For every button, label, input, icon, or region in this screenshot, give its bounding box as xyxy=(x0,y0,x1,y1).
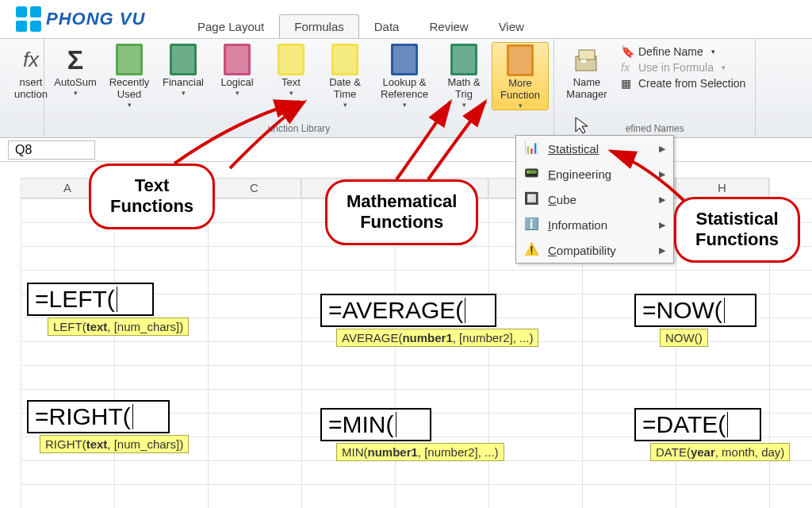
book-clock-icon xyxy=(331,44,358,75)
recently-used-button[interactable]: RecentlyUsed ▾ xyxy=(103,42,155,110)
chevron-down-icon: ▾ xyxy=(182,89,186,97)
ribbon: fx nsertunction Σ AutoSum ▾ RecentlyUsed… xyxy=(0,38,812,138)
cell-average[interactable]: =AVERAGE( xyxy=(320,294,496,327)
svg-rect-1 xyxy=(579,50,595,60)
math-trig-button[interactable]: Math &Trig ▾ xyxy=(438,42,490,110)
recently-label: RecentlyUsed xyxy=(109,77,150,101)
menu-compatibility-label: Compatibility xyxy=(548,244,616,257)
chevron-right-icon: ▶ xyxy=(659,144,665,154)
cell-now-text: =NOW( xyxy=(642,297,722,324)
define-name-button[interactable]: 🔖 Define Name ▾ xyxy=(621,45,745,58)
tag-icon: 🔖 xyxy=(621,45,634,58)
cell-right[interactable]: =RIGHT( xyxy=(27,400,170,433)
logo-icon xyxy=(16,6,41,32)
cell-date-text: =DATE( xyxy=(642,411,726,438)
book-lookup-icon xyxy=(391,44,418,75)
cell-min-text: =MIN( xyxy=(328,411,394,438)
name-box[interactable] xyxy=(8,140,95,160)
date-time-button[interactable]: Date &Time ▾ xyxy=(319,42,371,110)
cell-right-text: =RIGHT( xyxy=(35,403,131,430)
chevron-down-icon: ▾ xyxy=(462,101,466,109)
cell-left[interactable]: =LEFT( xyxy=(27,283,154,316)
book-theta-icon xyxy=(450,44,477,75)
tab-data[interactable]: Data xyxy=(359,14,415,39)
grid-icon: ▦ xyxy=(621,77,634,90)
callout-stat-functions: StatisticalFunctions xyxy=(674,197,800,263)
date-time-label: Date &Time xyxy=(329,77,361,101)
chevron-down-icon: ▾ xyxy=(74,89,78,97)
chevron-down-icon: ▾ xyxy=(289,89,293,97)
tooltip-now: NOW() xyxy=(660,329,708,347)
cell-date[interactable]: =DATE( xyxy=(634,408,761,441)
sigma-icon: Σ xyxy=(67,44,83,75)
tab-view[interactable]: View xyxy=(484,14,539,39)
tab-formulas[interactable]: Formulas xyxy=(279,14,359,39)
svg-rect-2 xyxy=(581,60,586,63)
logical-button[interactable]: Logical ▾ xyxy=(211,42,263,110)
callout-math-functions: MathematicalFunctions xyxy=(325,179,478,245)
tooltip-left: LEFT(text, [num_chars]) xyxy=(48,318,189,336)
cell-min[interactable]: =MIN( xyxy=(320,408,431,441)
book-more-icon xyxy=(507,44,534,76)
chevron-down-icon: ▾ xyxy=(128,101,132,109)
book-dollar-icon xyxy=(170,44,197,75)
tooltip-right: RIGHT(text, [num_chars]) xyxy=(40,435,189,453)
text-button[interactable]: Text ▾ xyxy=(265,42,317,110)
menu-statistical-label: Statistical xyxy=(548,142,599,156)
book-green-icon xyxy=(116,44,143,75)
chevron-right-icon: ▶ xyxy=(659,245,665,256)
book-question-icon xyxy=(224,44,251,75)
chevron-down-icon: ▾ xyxy=(343,101,347,109)
text-label: Text xyxy=(282,77,301,89)
chevron-down-icon: ▾ xyxy=(403,101,407,109)
col-header-h[interactable]: H xyxy=(676,178,769,198)
cube-icon: 🔲 xyxy=(524,191,540,207)
logical-label: Logical xyxy=(220,77,253,89)
lookup-button[interactable]: Lookup &Reference ▾ xyxy=(373,42,436,110)
more-functions-menu: 📊 Statistical ▶ 📟 Engineering ▶ 🔲 Cube ▶… xyxy=(515,135,674,264)
chevron-right-icon: ▶ xyxy=(659,169,665,179)
menu-engineering-label: Engineering xyxy=(548,167,611,181)
meter-icon: 📟 xyxy=(524,166,540,182)
tab-page-layout[interactable]: Page Layout xyxy=(182,14,279,39)
callout-text-functions: TextFunctions xyxy=(89,164,215,229)
chart-icon: 📊 xyxy=(524,140,540,156)
fx-small-icon: fx xyxy=(621,61,634,74)
menu-compatibility[interactable]: ⚠️ Compatibility ▶ xyxy=(516,237,673,263)
book-a-icon xyxy=(278,44,304,75)
name-manager-label: NameManager xyxy=(566,77,607,101)
menu-information[interactable]: ℹ️ Information ▶ xyxy=(516,212,673,237)
col-header-c[interactable]: C xyxy=(208,178,301,198)
brand-logo: PHONG VU xyxy=(16,6,145,32)
chevron-right-icon: ▶ xyxy=(659,194,665,205)
more-functions-button[interactable]: MoreFunction ▾ xyxy=(492,42,549,110)
insert-function-label: nsertunction xyxy=(14,77,48,101)
financial-button[interactable]: Financial ▾ xyxy=(157,42,209,110)
name-manager-button[interactable]: NameManager xyxy=(559,42,615,101)
menu-cube[interactable]: 🔲 Cube ▶ xyxy=(516,187,673,212)
warning-icon: ⚠️ xyxy=(524,242,540,258)
menu-cube-label: Cube xyxy=(548,193,576,206)
cell-now[interactable]: =NOW( xyxy=(634,294,756,327)
use-in-formula-button[interactable]: fx Use in Formula ▾ xyxy=(621,61,745,74)
name-manager-icon xyxy=(571,44,603,75)
chevron-down-icon: ▾ xyxy=(722,64,726,71)
use-in-formula-label: Use in Formula xyxy=(638,61,714,74)
fx-icon: fx xyxy=(23,48,39,72)
menu-engineering[interactable]: 📟 Engineering ▶ xyxy=(516,161,673,187)
chevron-down-icon: ▾ xyxy=(519,102,523,110)
create-from-selection-button[interactable]: ▦ Create from Selection xyxy=(621,77,745,90)
tooltip-date: DATE(year, month, day) xyxy=(650,443,790,461)
financial-label: Financial xyxy=(163,77,204,89)
create-from-selection-label: Create from Selection xyxy=(638,77,745,90)
chevron-right-icon: ▶ xyxy=(659,220,665,230)
tab-review[interactable]: Review xyxy=(414,14,483,39)
menu-statistical[interactable]: 📊 Statistical ▶ xyxy=(516,136,673,161)
formula-bar-row xyxy=(0,138,812,162)
autosum-button[interactable]: Σ AutoSum ▾ xyxy=(49,42,102,110)
info-icon: ℹ️ xyxy=(524,217,540,233)
tooltip-min: MIN(number1, [number2], ...) xyxy=(336,443,504,461)
lookup-label: Lookup &Reference xyxy=(381,77,428,101)
menu-information-label: Information xyxy=(548,218,607,232)
logo-text: PHONG VU xyxy=(46,9,145,29)
